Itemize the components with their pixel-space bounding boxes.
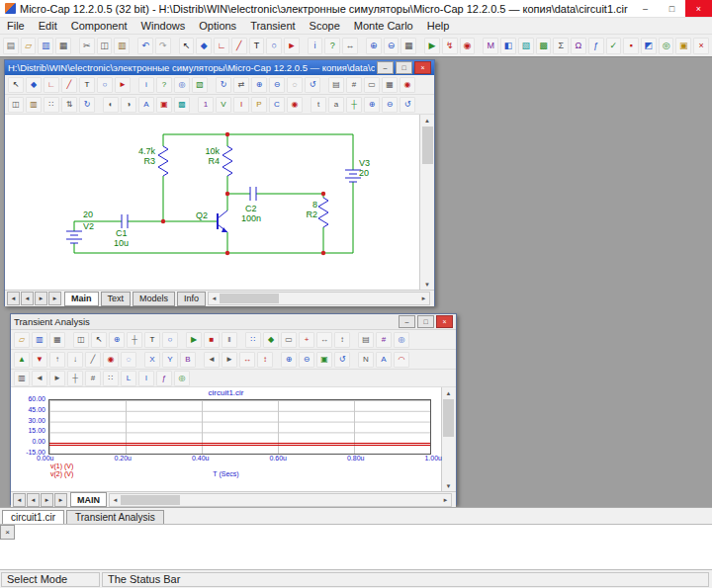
scroll-left-icon[interactable]: ◄ xyxy=(209,294,220,304)
menu-options[interactable]: Options xyxy=(192,19,243,33)
package-editor-icon[interactable]: ▩ xyxy=(536,38,552,54)
diagonal-wire-mode-icon[interactable]: ╱ xyxy=(231,38,247,54)
pin-connections-icon[interactable]: ◉ xyxy=(287,97,303,113)
panel-toggle-icon[interactable]: ▥ xyxy=(14,371,30,386)
exit-icon[interactable]: × xyxy=(693,38,709,54)
undo-icon[interactable]: ↶ xyxy=(137,38,153,54)
zoom-out-icon[interactable]: ⊖ xyxy=(269,77,285,93)
clipboard-paste-icon[interactable]: ▥ xyxy=(26,97,42,113)
schematic-hscroll-thumb[interactable] xyxy=(220,294,279,303)
text-mode-icon[interactable]: T xyxy=(144,332,160,348)
maximize-button[interactable]: □ xyxy=(659,0,685,17)
doc-tab-transient-analysis[interactable]: Transient Analysis xyxy=(66,510,164,524)
zoom-in-icon[interactable]: ⊕ xyxy=(251,77,267,93)
restore-icon[interactable]: ↺ xyxy=(334,352,350,368)
c2-name-label[interactable]: C2 xyxy=(245,204,257,213)
capacitor-c1[interactable] xyxy=(122,214,128,228)
model-editor-icon[interactable]: M xyxy=(483,38,498,54)
peak-icon[interactable]: ▲ xyxy=(14,352,30,368)
clipboard-copy-icon[interactable]: ◫ xyxy=(8,97,24,113)
log-x-icon[interactable]: L xyxy=(121,371,136,386)
run-analysis-icon[interactable]: ▶ xyxy=(424,38,440,54)
text-mode-icon[interactable]: T xyxy=(79,77,95,93)
conditions-icon[interactable]: C xyxy=(269,97,285,113)
open-file-icon[interactable]: ▱ xyxy=(14,332,30,348)
smith-icon[interactable]: ◎ xyxy=(174,371,190,386)
resistor-r4[interactable] xyxy=(222,146,232,176)
menu-monte-carlo[interactable]: Monte Carlo xyxy=(347,19,420,33)
grid-toggle-icon[interactable]: # xyxy=(346,77,362,93)
tab-models[interactable]: Models xyxy=(133,292,175,306)
schematic-vertical-scrollbar[interactable]: ▲ ▼ xyxy=(419,115,434,290)
schematic-horizontal-scrollbar[interactable]: ◄ ► xyxy=(208,292,430,305)
select-mode-icon[interactable]: ↖ xyxy=(91,332,107,348)
find-icon[interactable]: ◌ xyxy=(287,77,303,93)
tag-right-icon[interactable]: ► xyxy=(222,352,237,368)
run-icon[interactable]: ▶ xyxy=(186,332,202,348)
schematic-canvas[interactable]: 4.7k R3 10k R4 V3 20 C2 100n 8 R2 Q2 C1 … xyxy=(5,115,419,290)
rotate-box-icon[interactable]: ↻ xyxy=(79,97,95,113)
schematic-maximize-button[interactable]: □ xyxy=(396,61,412,74)
save-file-icon[interactable]: ▥ xyxy=(32,332,47,348)
c2-value-label[interactable]: 100n xyxy=(241,213,261,223)
menu-windows[interactable]: Windows xyxy=(134,19,193,33)
scroll-up-icon[interactable]: ▲ xyxy=(422,115,433,126)
schematic-minimize-button[interactable]: – xyxy=(377,61,394,74)
world-icon[interactable]: ◎ xyxy=(659,38,674,54)
r4-name-label[interactable]: R4 xyxy=(208,156,220,166)
r2-value-label[interactable]: 8 xyxy=(312,200,317,210)
attribute-text-icon[interactable]: a xyxy=(328,97,344,113)
tabs-next-icon[interactable]: ► xyxy=(35,292,47,305)
grid-toggle-icon[interactable]: # xyxy=(85,371,101,386)
animate-icon[interactable]: ◉ xyxy=(460,38,476,54)
scope-zoom-out-icon[interactable]: ⊖ xyxy=(299,352,314,368)
check-icon[interactable]: ✓ xyxy=(606,38,622,54)
scroll-left-icon[interactable]: ◄ xyxy=(110,494,121,505)
tab-main[interactable]: Main xyxy=(64,292,99,306)
fft-icon[interactable]: ƒ xyxy=(156,371,172,386)
low-icon[interactable]: ↓ xyxy=(67,352,83,368)
transient-close-button[interactable]: × xyxy=(436,315,453,328)
global-high-icon[interactable]: ◉ xyxy=(103,352,119,368)
repeat-icon[interactable]: ↺ xyxy=(305,77,320,93)
minimize-button[interactable]: – xyxy=(632,0,659,17)
plot-tabs-next-icon[interactable]: ► xyxy=(41,493,53,507)
transient-minimize-button[interactable]: – xyxy=(399,315,415,328)
chart-icon[interactable]: ◩ xyxy=(641,38,657,54)
plot-hscroll-thumb[interactable] xyxy=(121,495,180,505)
key-icon[interactable]: ▣ xyxy=(675,38,691,54)
grid-text-icon[interactable]: t xyxy=(311,97,326,113)
info-mode-icon[interactable]: i xyxy=(138,77,154,93)
schematic-close-button[interactable]: × xyxy=(414,61,431,74)
info-mode-icon[interactable]: i xyxy=(308,38,323,54)
plot-tabs-last-icon[interactable]: ► xyxy=(54,493,67,507)
copy-icon[interactable]: ◫ xyxy=(97,38,113,54)
go-to-branch-icon[interactable]: B xyxy=(180,352,196,368)
tabs-prev-icon[interactable]: ◄ xyxy=(21,292,34,305)
redo-icon[interactable]: ↷ xyxy=(155,38,171,54)
print-icon[interactable]: ▦ xyxy=(49,332,65,348)
shape-editor-icon[interactable]: ▧ xyxy=(518,38,534,54)
r3-value-label[interactable]: 4.7k xyxy=(138,146,156,156)
node-numbers-icon[interactable]: 1 xyxy=(198,97,214,113)
inflection-icon[interactable]: ╱ xyxy=(85,352,101,368)
rotate-icon[interactable]: ↻ xyxy=(216,77,231,93)
r2-name-label[interactable]: R2 xyxy=(306,210,317,219)
flip-y-icon[interactable]: ◑ xyxy=(121,97,136,113)
r4-value-label[interactable]: 10k xyxy=(205,146,220,156)
probe-icon[interactable]: ↯ xyxy=(442,38,458,54)
title-block-icon[interactable]: ▦ xyxy=(382,77,398,93)
mirror-box-icon[interactable]: ⇅ xyxy=(61,97,77,113)
help-mode-icon[interactable]: ? xyxy=(324,38,340,54)
doc-tab-circuit1[interactable]: circuit1.cir xyxy=(2,510,64,524)
stop-icon[interactable]: ▪ xyxy=(623,38,639,54)
plot-horizontal-scrollbar[interactable]: ◄ ► xyxy=(109,493,452,507)
function-icon[interactable]: ƒ xyxy=(588,38,604,54)
scope-zoom-in-icon[interactable]: ⊕ xyxy=(281,352,297,368)
plot-tabs-prev-icon[interactable]: ◄ xyxy=(27,493,40,507)
capacitor-c2[interactable] xyxy=(250,187,256,201)
properties-icon[interactable]: ▤ xyxy=(358,332,374,348)
scroll-up-icon[interactable]: ▲ xyxy=(443,387,454,398)
zoom-out-icon[interactable]: ⊖ xyxy=(384,38,400,54)
global-low-icon[interactable]: ◌ xyxy=(121,352,136,368)
